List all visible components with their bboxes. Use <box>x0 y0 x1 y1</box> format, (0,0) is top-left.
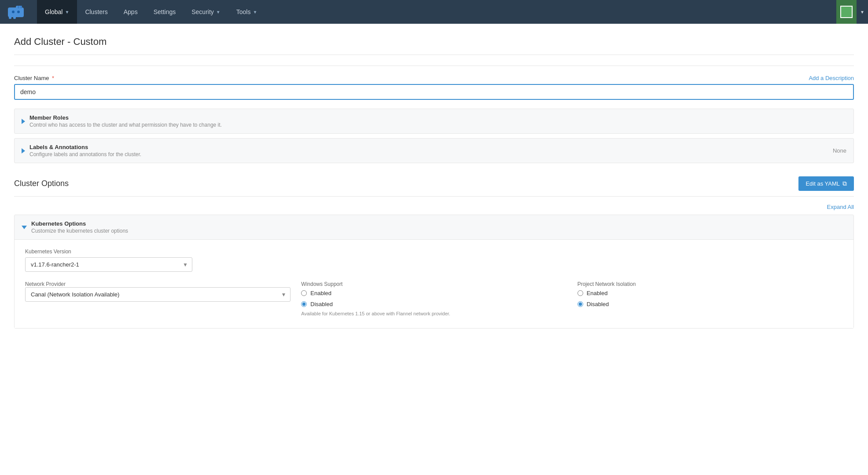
kubernetes-options-section: Kubernetes Options Customize the kuberne… <box>14 215 854 329</box>
required-indicator: * <box>52 75 54 81</box>
nav-label-apps: Apps <box>124 8 138 15</box>
labels-subtitle: Configure labels and annotations for the… <box>29 151 846 157</box>
project-enabled-radio[interactable] <box>577 290 583 296</box>
user-avatar[interactable] <box>836 0 857 24</box>
svg-rect-4 <box>9 15 11 19</box>
kubernetes-subtitle: Customize the kubernetes cluster options <box>31 228 128 234</box>
svg-point-2 <box>12 11 15 13</box>
project-network-col: Project Network Isolation Enabled Disabl… <box>577 281 843 318</box>
cluster-name-label-text: Cluster Name <box>14 75 49 81</box>
nav-item-security[interactable]: Security ▼ <box>184 0 228 24</box>
labels-title: Labels & Annotations <box>29 144 846 150</box>
network-provider-select-wrapper: Canal (Network Isolation Available) Flan… <box>25 287 291 302</box>
network-provider-col: Network Provider Canal (Network Isolatio… <box>25 281 291 318</box>
kubernetes-arrow-icon <box>22 226 27 229</box>
rancher-logo-icon <box>7 4 30 20</box>
svg-point-3 <box>17 11 20 13</box>
nav-item-apps[interactable]: Apps <box>116 0 146 24</box>
windows-support-radio-group: Enabled Disabled <box>301 290 566 307</box>
kubernetes-version-select[interactable]: v1.17.6-rancher2-1 v1.16.10-rancher2-1 v… <box>25 257 192 272</box>
kubernetes-version-select-wrapper: v1.17.6-rancher2-1 v1.16.10-rancher2-1 v… <box>25 257 192 272</box>
expand-all-link[interactable]: Expand All <box>827 204 854 210</box>
member-roles-arrow-icon <box>22 119 25 124</box>
navbar-right: ▼ <box>836 0 868 24</box>
cluster-name-label: Cluster Name * <box>14 75 54 81</box>
kubernetes-options-body: Kubernetes Version v1.17.6-rancher2-1 v1… <box>15 239 853 328</box>
project-network-radio-group: Enabled Disabled <box>577 290 843 307</box>
security-chevron-icon: ▼ <box>216 10 221 15</box>
nav-label-tools: Tools <box>236 8 251 15</box>
kubernetes-version-label: Kubernetes Version <box>25 248 843 255</box>
project-network-label: Project Network Isolation <box>577 281 636 287</box>
kubernetes-options-header[interactable]: Kubernetes Options Customize the kuberne… <box>15 215 853 239</box>
nav-item-tools[interactable]: Tools ▼ <box>228 0 265 24</box>
project-disabled-radio[interactable] <box>577 301 583 307</box>
project-enabled-label[interactable]: Enabled <box>587 290 608 296</box>
windows-support-note: Available for Kubernetes 1.15 or above w… <box>301 310 566 318</box>
three-col-options: Network Provider Canal (Network Isolatio… <box>25 281 843 318</box>
windows-enabled-option: Enabled <box>301 290 566 296</box>
svg-rect-6 <box>18 6 19 8</box>
windows-disabled-label[interactable]: Disabled <box>310 301 333 307</box>
cluster-name-section: Cluster Name * Add a Description <box>14 75 854 100</box>
project-disabled-label[interactable]: Disabled <box>587 301 609 307</box>
nav-label-global: Global <box>45 8 63 15</box>
avatar-image <box>840 6 853 18</box>
add-description-link[interactable]: Add a Description <box>809 75 854 81</box>
member-roles-section: Member Roles Control who has access to t… <box>14 109 854 134</box>
cluster-options-title: Cluster Options <box>14 179 69 188</box>
nav-label-security: Security <box>191 8 214 15</box>
logo[interactable] <box>0 0 37 24</box>
windows-enabled-label[interactable]: Enabled <box>310 290 331 296</box>
edit-yaml-button[interactable]: Edit as YAML ⧉ <box>798 176 854 191</box>
labels-annotations-section: Labels & Annotations Configure labels an… <box>14 138 854 163</box>
chevron-down-icon: ▼ <box>65 10 69 15</box>
main-content: Add Cluster - Custom Cluster Name * Add … <box>0 24 868 475</box>
kubernetes-version-field: Kubernetes Version v1.17.6-rancher2-1 v1… <box>25 248 843 272</box>
labels-arrow-icon <box>22 148 25 153</box>
member-roles-header[interactable]: Member Roles Control who has access to t… <box>15 109 853 133</box>
nav-label-settings: Settings <box>154 8 176 15</box>
nav-items: Global ▼ Clusters Apps Settings Security… <box>37 0 836 24</box>
page-title: Add Cluster - Custom <box>14 36 854 55</box>
windows-enabled-radio[interactable] <box>301 290 307 296</box>
svg-rect-5 <box>13 15 16 19</box>
windows-support-col: Windows Support Enabled Disabled Availab… <box>301 281 566 318</box>
expand-all-row: Expand All <box>14 204 854 210</box>
cluster-name-input[interactable] <box>14 84 854 100</box>
network-provider-select[interactable]: Canal (Network Isolation Available) Flan… <box>25 287 291 302</box>
nav-item-clusters[interactable]: Clusters <box>77 0 115 24</box>
windows-disabled-option: Disabled <box>301 301 566 307</box>
cluster-options-header: Cluster Options Edit as YAML ⧉ <box>14 176 854 197</box>
avatar-chevron-icon[interactable]: ▼ <box>857 10 868 15</box>
nav-item-global[interactable]: Global ▼ <box>37 0 77 24</box>
labels-annotations-header[interactable]: Labels & Annotations Configure labels an… <box>15 139 853 163</box>
tools-chevron-icon: ▼ <box>253 10 257 15</box>
edit-yaml-label: Edit as YAML <box>805 180 840 187</box>
project-enabled-option: Enabled <box>577 290 843 296</box>
navbar: Global ▼ Clusters Apps Settings Security… <box>0 0 868 24</box>
member-roles-title: Member Roles <box>29 114 222 121</box>
project-disabled-option: Disabled <box>577 301 843 307</box>
network-provider-label: Network Provider <box>25 281 66 287</box>
member-roles-subtitle: Control who has access to the cluster an… <box>29 122 222 128</box>
kubernetes-title: Kubernetes Options <box>31 220 128 227</box>
nav-label-clusters: Clusters <box>85 8 107 15</box>
nav-item-settings[interactable]: Settings <box>146 0 184 24</box>
svg-rect-7 <box>20 6 22 8</box>
windows-support-label: Windows Support <box>301 281 342 287</box>
yaml-icon: ⧉ <box>842 180 847 187</box>
windows-disabled-radio[interactable] <box>301 301 307 307</box>
labels-value: None <box>833 147 846 154</box>
